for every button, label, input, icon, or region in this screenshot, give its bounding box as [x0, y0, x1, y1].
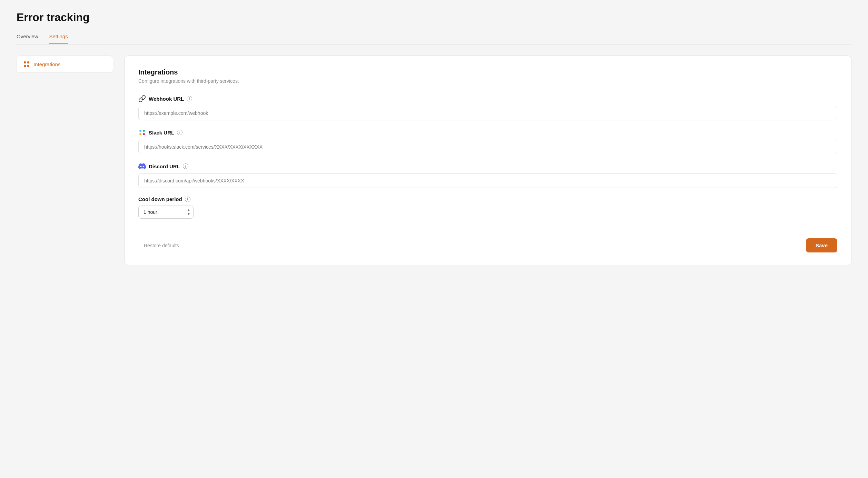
sidebar-item-integrations[interactable]: Integrations [17, 56, 113, 73]
layout: Integrations Integrations Configure inte… [17, 56, 851, 265]
discord-icon [138, 162, 146, 170]
svg-rect-1 [27, 61, 29, 63]
svg-rect-0 [24, 61, 26, 63]
svg-rect-6 [139, 133, 141, 135]
cooldown-label: Cool down period i [138, 196, 837, 202]
slack-label-text: Slack URL [149, 130, 174, 136]
discord-info-icon[interactable]: i [183, 163, 188, 169]
main-panel: Integrations Configure integrations with… [124, 56, 851, 265]
webhook-label: Webhook URL i [138, 95, 837, 102]
slack-input[interactable] [138, 140, 837, 154]
slack-field-group: Slack URL i [138, 129, 837, 154]
webhook-field-group: Webhook URL i [138, 95, 837, 120]
discord-label-text: Discord URL [149, 163, 180, 169]
actions-row: Restore defaults Save [138, 238, 837, 252]
webhook-input[interactable] [138, 106, 837, 120]
cooldown-field-group: Cool down period i 15 minutes 30 minutes… [138, 196, 837, 219]
webhook-label-text: Webhook URL [149, 96, 184, 102]
divider [138, 230, 837, 230]
section-title: Integrations [138, 68, 837, 76]
webhook-info-icon[interactable]: i [187, 96, 192, 101]
cooldown-select[interactable]: 15 minutes 30 minutes 1 hour 2 hours 4 h… [139, 206, 184, 218]
svg-rect-5 [143, 130, 145, 132]
restore-defaults-button[interactable]: Restore defaults [138, 239, 185, 252]
sidebar: Integrations [17, 56, 113, 73]
svg-rect-4 [139, 130, 141, 132]
slack-info-icon[interactable]: i [177, 130, 183, 135]
cooldown-label-text: Cool down period [138, 196, 182, 202]
tab-overview[interactable]: Overview [17, 31, 38, 44]
sidebar-item-integrations-label: Integrations [33, 61, 60, 67]
svg-rect-7 [143, 133, 145, 135]
cooldown-select-wrapper[interactable]: 15 minutes 30 minutes 1 hour 2 hours 4 h… [138, 206, 194, 219]
slack-icon [138, 129, 146, 136]
svg-rect-3 [27, 65, 29, 67]
integrations-icon [23, 61, 30, 68]
slack-label: Slack URL i [138, 129, 837, 136]
page-title: Error tracking [17, 11, 851, 24]
discord-label: Discord URL i [138, 162, 837, 170]
select-arrows-icon: ▲ ▼ [184, 207, 193, 218]
discord-input[interactable] [138, 173, 837, 188]
cooldown-info-icon[interactable]: i [185, 197, 190, 202]
section-description: Configure integrations with third-party … [138, 78, 837, 84]
tab-settings[interactable]: Settings [49, 31, 68, 44]
svg-rect-2 [24, 65, 26, 67]
webhook-icon [138, 95, 146, 102]
discord-field-group: Discord URL i [138, 162, 837, 188]
tabs-nav: Overview Settings [17, 31, 851, 44]
save-button[interactable]: Save [806, 238, 837, 252]
